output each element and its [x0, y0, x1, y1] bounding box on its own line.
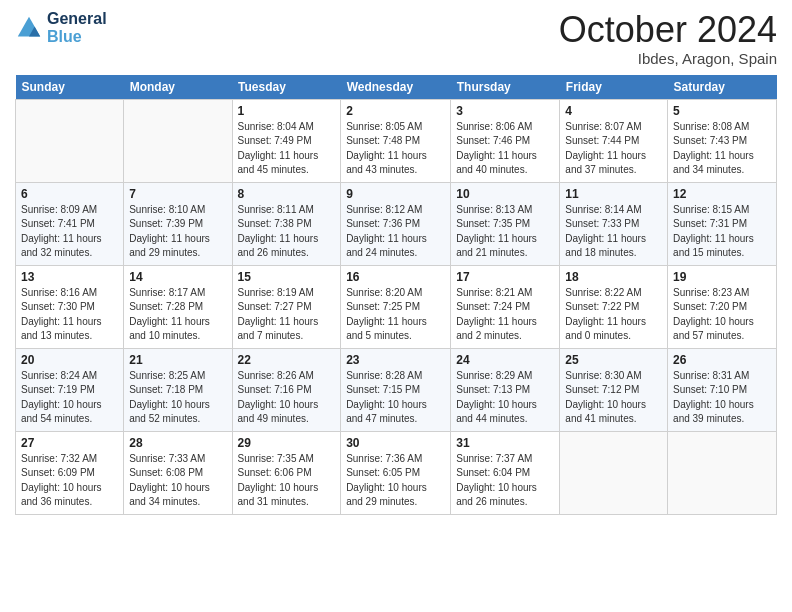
calendar-header-row: Sunday Monday Tuesday Wednesday Thursday…	[16, 75, 777, 100]
day-number: 2	[346, 104, 445, 118]
main-container: General Blue October 2024 Ibdes, Aragon,…	[0, 0, 792, 525]
header-sunday: Sunday	[16, 75, 124, 100]
day-number: 12	[673, 187, 771, 201]
calendar-week-3: 20Sunrise: 8:24 AMSunset: 7:19 PMDayligh…	[16, 348, 777, 431]
header-saturday: Saturday	[668, 75, 777, 100]
day-info: Sunrise: 8:26 AMSunset: 7:16 PMDaylight:…	[238, 369, 336, 427]
day-info: Sunrise: 8:04 AMSunset: 7:49 PMDaylight:…	[238, 120, 336, 178]
calendar-cell: 3Sunrise: 8:06 AMSunset: 7:46 PMDaylight…	[451, 99, 560, 182]
day-number: 17	[456, 270, 554, 284]
calendar-cell: 14Sunrise: 8:17 AMSunset: 7:28 PMDayligh…	[124, 265, 232, 348]
day-number: 20	[21, 353, 118, 367]
day-number: 4	[565, 104, 662, 118]
calendar-cell: 24Sunrise: 8:29 AMSunset: 7:13 PMDayligh…	[451, 348, 560, 431]
location-subtitle: Ibdes, Aragon, Spain	[559, 50, 777, 67]
day-number: 3	[456, 104, 554, 118]
calendar-cell: 10Sunrise: 8:13 AMSunset: 7:35 PMDayligh…	[451, 182, 560, 265]
day-info: Sunrise: 8:19 AMSunset: 7:27 PMDaylight:…	[238, 286, 336, 344]
day-number: 26	[673, 353, 771, 367]
title-block: October 2024 Ibdes, Aragon, Spain	[559, 10, 777, 67]
calendar-cell: 20Sunrise: 8:24 AMSunset: 7:19 PMDayligh…	[16, 348, 124, 431]
header-monday: Monday	[124, 75, 232, 100]
header-wednesday: Wednesday	[341, 75, 451, 100]
day-number: 18	[565, 270, 662, 284]
day-number: 1	[238, 104, 336, 118]
day-number: 16	[346, 270, 445, 284]
day-info: Sunrise: 8:11 AMSunset: 7:38 PMDaylight:…	[238, 203, 336, 261]
calendar-cell: 9Sunrise: 8:12 AMSunset: 7:36 PMDaylight…	[341, 182, 451, 265]
calendar-cell: 21Sunrise: 8:25 AMSunset: 7:18 PMDayligh…	[124, 348, 232, 431]
day-number: 8	[238, 187, 336, 201]
day-info: Sunrise: 7:33 AMSunset: 6:08 PMDaylight:…	[129, 452, 226, 510]
day-info: Sunrise: 8:20 AMSunset: 7:25 PMDaylight:…	[346, 286, 445, 344]
day-number: 22	[238, 353, 336, 367]
header-friday: Friday	[560, 75, 668, 100]
day-number: 24	[456, 353, 554, 367]
day-info: Sunrise: 8:09 AMSunset: 7:41 PMDaylight:…	[21, 203, 118, 261]
calendar-cell: 15Sunrise: 8:19 AMSunset: 7:27 PMDayligh…	[232, 265, 341, 348]
day-number: 23	[346, 353, 445, 367]
calendar-week-4: 27Sunrise: 7:32 AMSunset: 6:09 PMDayligh…	[16, 431, 777, 514]
day-number: 31	[456, 436, 554, 450]
calendar-cell: 6Sunrise: 8:09 AMSunset: 7:41 PMDaylight…	[16, 182, 124, 265]
day-info: Sunrise: 8:28 AMSunset: 7:15 PMDaylight:…	[346, 369, 445, 427]
calendar-week-1: 6Sunrise: 8:09 AMSunset: 7:41 PMDaylight…	[16, 182, 777, 265]
day-number: 9	[346, 187, 445, 201]
day-info: Sunrise: 8:31 AMSunset: 7:10 PMDaylight:…	[673, 369, 771, 427]
logo-icon	[15, 14, 43, 42]
day-info: Sunrise: 8:14 AMSunset: 7:33 PMDaylight:…	[565, 203, 662, 261]
calendar-table: Sunday Monday Tuesday Wednesday Thursday…	[15, 75, 777, 515]
day-number: 15	[238, 270, 336, 284]
day-number: 29	[238, 436, 336, 450]
calendar-cell: 30Sunrise: 7:36 AMSunset: 6:05 PMDayligh…	[341, 431, 451, 514]
day-info: Sunrise: 8:06 AMSunset: 7:46 PMDaylight:…	[456, 120, 554, 178]
day-number: 7	[129, 187, 226, 201]
day-info: Sunrise: 8:30 AMSunset: 7:12 PMDaylight:…	[565, 369, 662, 427]
calendar-week-2: 13Sunrise: 8:16 AMSunset: 7:30 PMDayligh…	[16, 265, 777, 348]
day-number: 21	[129, 353, 226, 367]
calendar-cell: 28Sunrise: 7:33 AMSunset: 6:08 PMDayligh…	[124, 431, 232, 514]
calendar-cell	[560, 431, 668, 514]
day-number: 13	[21, 270, 118, 284]
day-number: 19	[673, 270, 771, 284]
day-info: Sunrise: 8:17 AMSunset: 7:28 PMDaylight:…	[129, 286, 226, 344]
day-info: Sunrise: 8:07 AMSunset: 7:44 PMDaylight:…	[565, 120, 662, 178]
calendar-cell: 26Sunrise: 8:31 AMSunset: 7:10 PMDayligh…	[668, 348, 777, 431]
day-number: 10	[456, 187, 554, 201]
day-info: Sunrise: 7:32 AMSunset: 6:09 PMDaylight:…	[21, 452, 118, 510]
day-number: 14	[129, 270, 226, 284]
calendar-cell	[124, 99, 232, 182]
calendar-cell: 2Sunrise: 8:05 AMSunset: 7:48 PMDaylight…	[341, 99, 451, 182]
day-info: Sunrise: 8:29 AMSunset: 7:13 PMDaylight:…	[456, 369, 554, 427]
calendar-cell: 12Sunrise: 8:15 AMSunset: 7:31 PMDayligh…	[668, 182, 777, 265]
calendar-cell: 5Sunrise: 8:08 AMSunset: 7:43 PMDaylight…	[668, 99, 777, 182]
calendar-cell: 29Sunrise: 7:35 AMSunset: 6:06 PMDayligh…	[232, 431, 341, 514]
day-number: 30	[346, 436, 445, 450]
day-info: Sunrise: 8:23 AMSunset: 7:20 PMDaylight:…	[673, 286, 771, 344]
header: General Blue October 2024 Ibdes, Aragon,…	[15, 10, 777, 67]
day-info: Sunrise: 8:13 AMSunset: 7:35 PMDaylight:…	[456, 203, 554, 261]
header-thursday: Thursday	[451, 75, 560, 100]
calendar-cell: 27Sunrise: 7:32 AMSunset: 6:09 PMDayligh…	[16, 431, 124, 514]
day-info: Sunrise: 8:16 AMSunset: 7:30 PMDaylight:…	[21, 286, 118, 344]
calendar-cell: 13Sunrise: 8:16 AMSunset: 7:30 PMDayligh…	[16, 265, 124, 348]
day-info: Sunrise: 8:21 AMSunset: 7:24 PMDaylight:…	[456, 286, 554, 344]
calendar-cell	[16, 99, 124, 182]
calendar-cell: 4Sunrise: 8:07 AMSunset: 7:44 PMDaylight…	[560, 99, 668, 182]
day-info: Sunrise: 8:08 AMSunset: 7:43 PMDaylight:…	[673, 120, 771, 178]
day-info: Sunrise: 8:10 AMSunset: 7:39 PMDaylight:…	[129, 203, 226, 261]
calendar-cell	[668, 431, 777, 514]
calendar-cell: 16Sunrise: 8:20 AMSunset: 7:25 PMDayligh…	[341, 265, 451, 348]
day-number: 28	[129, 436, 226, 450]
day-number: 25	[565, 353, 662, 367]
logo-text: General Blue	[47, 10, 107, 45]
calendar-cell: 19Sunrise: 8:23 AMSunset: 7:20 PMDayligh…	[668, 265, 777, 348]
calendar-cell: 22Sunrise: 8:26 AMSunset: 7:16 PMDayligh…	[232, 348, 341, 431]
day-info: Sunrise: 8:25 AMSunset: 7:18 PMDaylight:…	[129, 369, 226, 427]
calendar-cell: 7Sunrise: 8:10 AMSunset: 7:39 PMDaylight…	[124, 182, 232, 265]
day-number: 5	[673, 104, 771, 118]
day-number: 11	[565, 187, 662, 201]
calendar-cell: 8Sunrise: 8:11 AMSunset: 7:38 PMDaylight…	[232, 182, 341, 265]
day-info: Sunrise: 8:12 AMSunset: 7:36 PMDaylight:…	[346, 203, 445, 261]
main-title: October 2024	[559, 10, 777, 50]
